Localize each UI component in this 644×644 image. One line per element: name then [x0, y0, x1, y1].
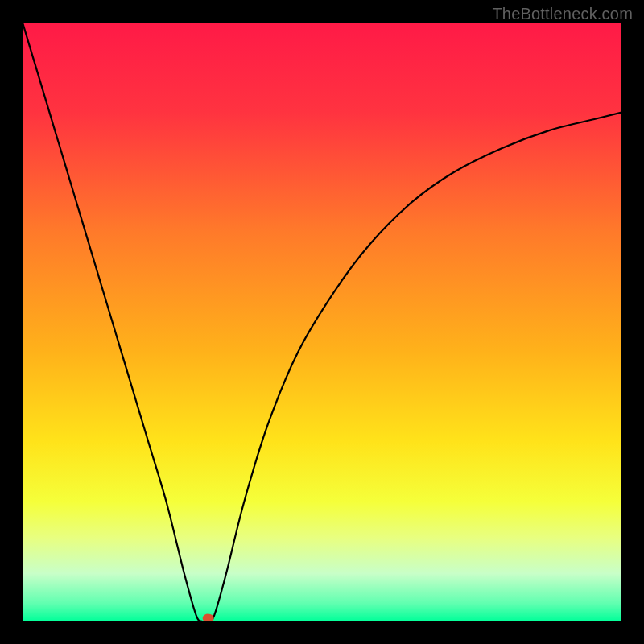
chart-frame [23, 23, 621, 621]
curve-layer [23, 23, 621, 621]
watermark-text: TheBottleneck.com [492, 5, 633, 23]
bottleneck-curve [23, 23, 621, 621]
chart-area [23, 23, 621, 621]
minimum-marker [203, 614, 214, 622]
